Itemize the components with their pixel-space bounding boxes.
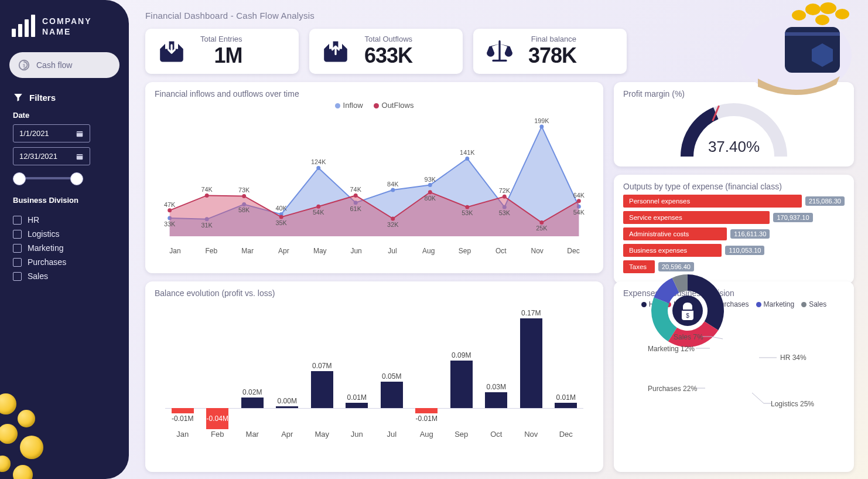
balance-column: 0.02MMar xyxy=(235,303,270,437)
balance-column: 0.07MMay xyxy=(305,303,340,437)
balance-month: Jun xyxy=(351,430,363,439)
kpi-label: Final balance xyxy=(531,35,576,43)
nav-item-cashflow[interactable]: $ Cash flow xyxy=(9,52,119,78)
checkbox-hr[interactable]: HR xyxy=(13,215,116,225)
checkbox-label: Logistics xyxy=(28,229,59,239)
profit-card: Profit margin (%) 37.40% xyxy=(614,82,854,167)
output-bar: Administrative costs xyxy=(623,227,727,240)
kpi-card: Total Entries1M xyxy=(145,29,299,74)
balance-column: -0.04MFeb xyxy=(200,303,235,437)
donut-slice-label: Sales 7% xyxy=(674,333,703,341)
balance-column: 0.01MJun xyxy=(340,303,375,437)
svg-text:80K: 80K xyxy=(425,195,436,202)
balance-card: Balance evolution (profit vs. loss) -0.0… xyxy=(145,281,603,473)
checkbox-label: HR xyxy=(28,215,39,225)
svg-text:31K: 31K xyxy=(201,222,213,229)
legend-outflows: OutFlows xyxy=(382,101,414,110)
svg-text:53K: 53K xyxy=(462,209,473,216)
output-bar-row: Business expenses110,053.10 xyxy=(623,244,845,257)
xaxis-tick: Mar xyxy=(230,247,266,255)
balance-month: Apr xyxy=(281,430,293,439)
balance-bar xyxy=(276,406,298,408)
svg-text:141K: 141K xyxy=(460,149,475,156)
balance-value: 0.02M xyxy=(242,388,262,396)
output-value: 116,611.30 xyxy=(730,229,770,239)
balance-value: 0.07M xyxy=(312,362,332,370)
svg-point-17 xyxy=(316,166,320,170)
date-from-input[interactable]: 1/1/2021 xyxy=(13,124,90,142)
flow-chart: 47K33K74K31K73K58K40K35K124K54K74K61K84K… xyxy=(155,110,594,243)
svg-text:35K: 35K xyxy=(276,219,288,226)
svg-text:74K: 74K xyxy=(201,186,213,193)
balance-column: 0.17MNov xyxy=(514,303,549,437)
svg-text:84K: 84K xyxy=(387,181,399,188)
balance-month: Sep xyxy=(454,430,468,439)
svg-point-36 xyxy=(539,220,544,225)
logo-icon xyxy=(12,17,35,37)
balance-chart: -0.01MJan-0.04MFeb0.02MMar0.00MApr0.07MM… xyxy=(155,303,594,437)
main: Financial Dashboard - Cash Flow Analysis… xyxy=(129,0,868,479)
svg-text:33K: 33K xyxy=(164,220,176,227)
svg-point-19 xyxy=(391,188,395,192)
xaxis-tick: Apr xyxy=(265,247,302,255)
xaxis-tick: Nov xyxy=(519,247,555,255)
output-bar-row: Personnel expenses215,086.30 xyxy=(623,195,845,208)
svg-text:199K: 199K xyxy=(534,117,549,124)
balance-value: 0.01M xyxy=(556,393,576,402)
svg-point-27 xyxy=(205,193,209,198)
svg-text:25K: 25K xyxy=(536,225,548,232)
balance-month: Dec xyxy=(559,430,573,439)
checkbox-logistics[interactable]: Logistics xyxy=(13,229,116,239)
svg-text:74K: 74K xyxy=(350,186,362,193)
donut-card: Expenses by business division HRLogistic… xyxy=(614,281,854,473)
coins-decoration xyxy=(0,379,91,479)
svg-point-34 xyxy=(465,205,469,209)
date-to-input[interactable]: 12/31/2021 xyxy=(13,147,90,165)
svg-rect-3 xyxy=(77,154,83,159)
kpi-value: 633K xyxy=(364,43,412,68)
page-title: Financial Dashboard - Cash Flow Analysis xyxy=(145,11,854,21)
balance-bar xyxy=(555,403,577,408)
sidebar: COMPANY NAME $ Cash flow Filters Date 1/… xyxy=(0,0,129,479)
kpi-value: 378K xyxy=(528,43,576,68)
balance-value: 0.17M xyxy=(521,309,541,317)
checkbox-purchases[interactable]: Purchases xyxy=(13,257,116,267)
balance-month: Jan xyxy=(176,430,189,439)
balance-month: Jul xyxy=(387,430,397,439)
svg-text:47K: 47K xyxy=(164,201,176,208)
profit-title: Profit margin (%) xyxy=(623,89,845,98)
output-bar: Service expenses xyxy=(623,211,770,224)
kpi-row: Total Entries1MTotal Outflows633KFinal b… xyxy=(145,29,854,74)
balance-column: 0.09MSep xyxy=(444,303,479,437)
balance-column: 0.00MApr xyxy=(270,303,305,437)
checkbox-box-icon xyxy=(13,216,22,225)
checkbox-marketing[interactable]: Marketing xyxy=(13,243,116,253)
balance-bar xyxy=(485,392,507,408)
calendar-icon xyxy=(76,152,84,161)
filters-title: Filters xyxy=(29,93,56,103)
checkbox-sales[interactable]: Sales xyxy=(13,271,116,281)
balance-value: 0.09M xyxy=(452,351,471,359)
outputs-title: Outputs by type of expense (financial cl… xyxy=(623,182,845,191)
checkbox-box-icon xyxy=(13,244,22,253)
svg-text:$: $ xyxy=(23,63,25,68)
balance-month: Aug xyxy=(420,430,433,439)
svg-text:40K: 40K xyxy=(276,205,288,212)
filters-heading: Filters xyxy=(13,92,116,103)
balance-value: 0.03M xyxy=(487,383,506,391)
balance-month: Oct xyxy=(490,430,502,439)
balance-value: 0.00M xyxy=(278,397,297,405)
balance-bar xyxy=(381,382,403,408)
date-range-slider[interactable] xyxy=(13,171,83,185)
kpi-card: Total Outflows633K xyxy=(309,29,463,74)
donut-slice-label: HR 34% xyxy=(780,354,807,362)
profit-value: 37.40% xyxy=(708,138,760,155)
balance-bar xyxy=(415,408,438,413)
donut-slice-label: Logistics 25% xyxy=(771,400,814,408)
svg-text:32K: 32K xyxy=(387,221,399,228)
svg-point-28 xyxy=(242,194,246,198)
balance-bar xyxy=(172,408,194,413)
donut-slice-label: Marketing 12% xyxy=(648,345,695,353)
balance-column: -0.01MAug xyxy=(409,303,445,437)
balance-column: 0.05MJul xyxy=(374,303,409,437)
